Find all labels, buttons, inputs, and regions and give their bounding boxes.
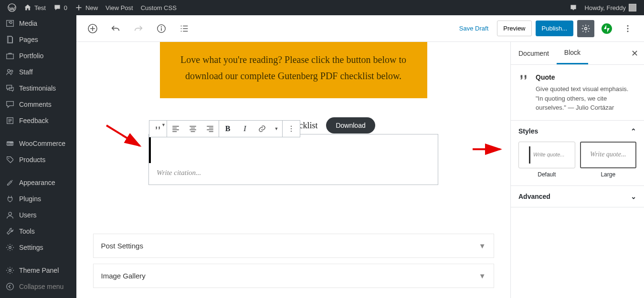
plugin-icon bbox=[6, 195, 14, 203]
quote-block[interactable]: ▼ B I ▼ bbox=[148, 134, 438, 185]
section-label: Image Gallery bbox=[101, 272, 146, 280]
bold-button[interactable]: B bbox=[219, 121, 236, 137]
svg-point-4 bbox=[11, 70, 12, 72]
svg-point-8 bbox=[8, 158, 9, 159]
style-label: Large bbox=[580, 171, 637, 178]
sidebar-item-appearance[interactable]: Appearance bbox=[0, 175, 76, 191]
add-block-button[interactable] bbox=[84, 20, 101, 37]
svg-point-20 bbox=[627, 31, 629, 32]
chevron-down-icon: ▼ bbox=[479, 242, 486, 250]
new-link[interactable]: New bbox=[71, 0, 102, 15]
save-draft-button[interactable]: Save Draft bbox=[454, 21, 493, 36]
sidebar-item-comments[interactable]: Comments bbox=[0, 96, 76, 113]
download-button[interactable]: Download bbox=[326, 117, 375, 134]
site-name: Test bbox=[34, 4, 46, 11]
site-home[interactable]: Test bbox=[20, 0, 50, 15]
sidebar-item-theme-panel[interactable]: Theme Panel bbox=[0, 262, 76, 278]
align-left-button[interactable] bbox=[167, 121, 184, 137]
image-gallery-section[interactable]: Image Gallery ▼ bbox=[93, 264, 494, 288]
custom-css[interactable]: Custom CSS bbox=[137, 0, 180, 15]
settings-toggle[interactable] bbox=[577, 20, 594, 37]
undo-button[interactable] bbox=[107, 20, 124, 37]
sidebar-item-testimonials[interactable]: Testimonials bbox=[0, 80, 76, 96]
svg-point-18 bbox=[627, 25, 629, 26]
jetpack-icon[interactable] bbox=[598, 20, 615, 37]
outline-button[interactable] bbox=[176, 20, 193, 37]
citation-input[interactable] bbox=[149, 163, 438, 185]
collapse-icon bbox=[6, 282, 14, 291]
preview-button[interactable]: Preview bbox=[497, 21, 531, 36]
sidebar-item-plugins[interactable]: Plugins bbox=[0, 191, 76, 207]
tool-icon bbox=[6, 227, 14, 236]
appearance-icon bbox=[6, 178, 14, 187]
svg-point-23 bbox=[291, 131, 292, 132]
svg-point-15 bbox=[161, 26, 162, 27]
block-type-button[interactable]: ▼ bbox=[149, 121, 167, 137]
sidebar-item-feedback[interactable]: Feedback bbox=[0, 113, 76, 129]
sidebar-item-products[interactable]: Products bbox=[0, 152, 76, 168]
link-button[interactable] bbox=[253, 121, 271, 137]
more-menu[interactable] bbox=[619, 20, 636, 37]
sidebar-item-collapse-menu[interactable]: Collapse menu bbox=[0, 278, 76, 295]
chevron-down-icon: ⌃ bbox=[631, 193, 636, 200]
comments-link[interactable]: 0 bbox=[50, 0, 71, 15]
publish-button[interactable]: Publish... bbox=[536, 21, 573, 36]
svg-point-3 bbox=[8, 70, 10, 72]
comments-count: 0 bbox=[64, 4, 67, 11]
styles-section-toggle[interactable]: Styles ⌃ bbox=[511, 121, 644, 142]
redo-button[interactable] bbox=[130, 20, 147, 37]
tab-block[interactable]: Block bbox=[557, 42, 588, 64]
italic-button[interactable]: I bbox=[236, 121, 253, 137]
advanced-title: Advanced bbox=[518, 193, 550, 200]
align-right-button[interactable] bbox=[201, 121, 219, 137]
tab-document[interactable]: Document bbox=[511, 43, 557, 64]
block-title: Quote bbox=[536, 72, 636, 82]
sidebar-item-pages[interactable]: Pages bbox=[0, 31, 76, 48]
view-post[interactable]: View Post bbox=[102, 0, 137, 15]
settings-icon bbox=[6, 243, 14, 252]
avatar bbox=[629, 4, 636, 11]
woo-icon: Woo bbox=[6, 139, 14, 148]
chevron-up-icon: ⌃ bbox=[631, 127, 636, 135]
page-icon bbox=[6, 35, 14, 44]
style-default[interactable]: Write quote... Default bbox=[518, 142, 575, 178]
style-label: Default bbox=[518, 171, 575, 178]
svg-rect-1 bbox=[570, 5, 576, 9]
post-settings-section[interactable]: Post Settings ▼ bbox=[93, 234, 494, 258]
block-description: Give quoted text visual emphasis. "In qu… bbox=[536, 84, 636, 113]
sidebar-item-woocommerce[interactable]: WooWooCommerce bbox=[0, 135, 76, 152]
admin-sidebar: MediaPagesPortfolioStaffTestimonialsComm… bbox=[0, 15, 76, 298]
notifications-icon[interactable] bbox=[566, 0, 581, 15]
close-icon[interactable]: ✕ bbox=[631, 48, 638, 59]
svg-point-19 bbox=[627, 28, 629, 29]
editor-header: Save Draft Preview Publish... bbox=[76, 15, 644, 42]
quote-text-area[interactable] bbox=[149, 134, 438, 163]
svg-point-9 bbox=[9, 212, 11, 215]
wp-logo[interactable] bbox=[4, 0, 20, 15]
info-button[interactable] bbox=[153, 20, 170, 37]
settings-panel: Document Block ✕ Quote Give quoted text … bbox=[510, 42, 644, 298]
howdy-text: Howdy, Freddy bbox=[585, 4, 626, 11]
settings-icon bbox=[6, 266, 14, 275]
sidebar-item-users[interactable]: Users bbox=[0, 207, 76, 223]
sidebar-item-staff[interactable]: Staff bbox=[0, 64, 76, 80]
style-large[interactable]: Write quote... Large bbox=[580, 142, 637, 178]
svg-point-12 bbox=[7, 283, 13, 290]
svg-point-21 bbox=[291, 126, 292, 127]
advanced-section-toggle[interactable]: Advanced ⌃ bbox=[511, 186, 644, 207]
form-icon bbox=[6, 116, 14, 125]
more-formatting[interactable]: ▼ bbox=[271, 121, 282, 137]
new-label: New bbox=[85, 4, 98, 11]
chat-icon bbox=[6, 84, 14, 92]
editor-canvas[interactable]: Love what you're reading? Please click t… bbox=[76, 42, 510, 298]
styles-title: Styles bbox=[518, 127, 538, 135]
sidebar-item-media[interactable]: Media bbox=[0, 15, 76, 31]
user-howdy[interactable]: Howdy, Freddy bbox=[581, 0, 640, 15]
block-more-menu[interactable] bbox=[283, 121, 300, 137]
sidebar-item-settings[interactable]: Settings bbox=[0, 239, 76, 256]
sidebar-item-portfolio[interactable]: Portfolio bbox=[0, 48, 76, 64]
svg-text:Woo: Woo bbox=[7, 142, 13, 145]
align-center-button[interactable] bbox=[184, 121, 201, 137]
svg-point-10 bbox=[9, 247, 11, 249]
sidebar-item-tools[interactable]: Tools bbox=[0, 223, 76, 239]
